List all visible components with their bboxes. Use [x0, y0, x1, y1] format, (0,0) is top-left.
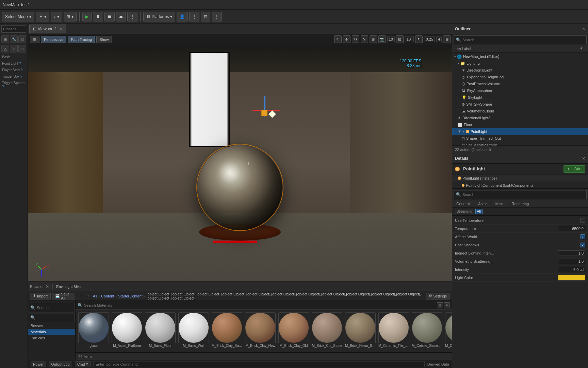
- add-component-button[interactable]: + + Add: [564, 165, 585, 173]
- avatar-button[interactable]: 👤: [177, 12, 188, 21]
- prop-affects-world[interactable]: Affects World ✓: [452, 233, 588, 241]
- layout-button[interactable]: ⊡: [201, 12, 210, 21]
- intensity-input[interactable]: 6.0 cd: [558, 267, 585, 272]
- import-button[interactable]: ⬆ Import: [30, 293, 51, 300]
- viewport-tab-close[interactable]: ✕: [60, 27, 62, 31]
- visibility-icon[interactable]: 👁: [458, 129, 462, 134]
- tree-item-lighting[interactable]: ▾ 📁 Lighting: [452, 60, 588, 67]
- perspective-button[interactable]: Perspective: [41, 36, 66, 43]
- camera-settings-button[interactable]: 📷: [378, 35, 386, 43]
- tree-item-skysphere[interactable]: ⊙ SM_SkySphere: [452, 101, 588, 108]
- tree-item-pointlight[interactable]: 👁 ▸ PointLight: [452, 128, 588, 135]
- affects-world-checkbox[interactable]: ✓: [581, 234, 585, 239]
- add-button[interactable]: ＋ ▾: [36, 12, 49, 21]
- tree-item-skylight[interactable]: 💡 SkyLight: [452, 94, 588, 101]
- power-button[interactable]: Power: [31, 362, 46, 367]
- filter-button[interactable]: ▾: [444, 302, 450, 308]
- settings-button[interactable]: ⚙ Settings: [426, 293, 450, 300]
- stop-button[interactable]: ⏹: [104, 12, 115, 21]
- volscatter-input[interactable]: 1.0: [558, 259, 585, 264]
- sidebar-icon-6[interactable]: □: [18, 45, 26, 52]
- tree-item-ppvolume[interactable]: ⬡ PostProcessVolume: [452, 80, 588, 87]
- output-log-button[interactable]: Output Log: [49, 362, 72, 367]
- details-component-row[interactable]: PointLightComponent (LightComponent): [452, 182, 588, 189]
- details-close[interactable]: ✕: [582, 156, 585, 161]
- scale-button[interactable]: ⤡: [361, 35, 368, 43]
- sidebar-icon-2[interactable]: 🔧: [10, 35, 18, 43]
- prop-intensity[interactable]: Intensity 6.0 cd: [452, 265, 588, 274]
- viewport-options-button[interactable]: ⊞: [443, 35, 451, 43]
- material-item-5[interactable]: M_Brick_Clay_New: [245, 312, 276, 348]
- material-item-6[interactable]: M_Brick_Clay_Old: [278, 312, 309, 348]
- breadcrumb-starter[interactable]: StarterContent: [118, 294, 143, 298]
- grid-snap-button[interactable]: ⊡: [396, 35, 404, 43]
- prop-indirect-lighting[interactable]: Indirect Lighting Inten... 1.0: [452, 249, 588, 257]
- console-input[interactable]: [93, 361, 425, 367]
- viewport-tab-1[interactable]: ⊡ Viewport 1 ✕: [29, 25, 66, 33]
- tab-general[interactable]: General: [452, 200, 474, 207]
- tree-item-assetplatform[interactable]: ◻ SM_AssetPlatform: [452, 142, 588, 145]
- outliner-search-input[interactable]: [462, 38, 584, 42]
- select-tool-button[interactable]: ↖: [334, 35, 342, 43]
- tab-misc[interactable]: Misc: [491, 200, 508, 207]
- transform-gizmo[interactable]: [252, 96, 280, 123]
- tree-item-newmap[interactable]: ▾ 🌐 NewMap_test (Editor): [452, 53, 588, 60]
- tree-item-floor[interactable]: ⬜ Floor: [452, 121, 588, 128]
- details-search-input[interactable]: [462, 193, 584, 197]
- select-mode-button[interactable]: Select Mode ▾: [2, 12, 34, 21]
- sidebar-item-particles[interactable]: Particles: [28, 335, 75, 341]
- breadcrumb-all[interactable]: All: [93, 294, 97, 298]
- more-play-button[interactable]: ⋮: [127, 12, 137, 21]
- filter-streaming[interactable]: Streaming: [455, 209, 474, 214]
- sidebar-item-materials[interactable]: Materials: [28, 329, 75, 335]
- material-item-2[interactable]: M_Basic_Floor: [145, 312, 176, 348]
- content-search-input[interactable]: [84, 303, 436, 307]
- history-forward[interactable]: ↪: [84, 293, 90, 299]
- more-options-button[interactable]: ⋮: [212, 12, 222, 21]
- details-instance-row[interactable]: PointLight (Instance): [452, 174, 588, 182]
- prop-temperature[interactable]: Temperature 6500.0: [452, 225, 588, 233]
- use-temperature-checkbox[interactable]: [581, 218, 585, 223]
- tree-item-volcloud[interactable]: ☁ VolumetricCloud: [452, 108, 588, 114]
- material-item-7[interactable]: M_Brick_Cut_Stone: [312, 312, 342, 348]
- prop-cast-shadows[interactable]: Cast Shadows ✓: [452, 241, 588, 249]
- prop-volumetric-scattering[interactable]: Volumetric Scattering... 1.0: [452, 257, 588, 265]
- prop-light-color[interactable]: Light Color: [452, 274, 588, 282]
- prop-use-temperature[interactable]: Use Temperature: [452, 216, 588, 225]
- sidebar-search-input[interactable]: [37, 306, 76, 310]
- grid-button[interactable]: ⊞ ▾: [64, 12, 77, 21]
- sidebar-item-bosses[interactable]: Bosses: [28, 323, 75, 329]
- show-button[interactable]: Show: [96, 36, 112, 43]
- cmd-button[interactable]: Cmd ▾: [75, 361, 91, 367]
- viewport-menu-button[interactable]: ☰: [30, 36, 39, 43]
- material-item-11[interactable]: M_Cobble_Stone_Rough: [445, 312, 452, 348]
- tree-item-trim[interactable]: ◻ Shape_Trim_90_Out: [452, 135, 588, 142]
- history-back[interactable]: ↩: [78, 293, 84, 299]
- sidebar-icon-1[interactable]: ⊞: [1, 35, 9, 43]
- material-item-0[interactable]: glass: [78, 312, 109, 348]
- sidebar-icon-5[interactable]: ⊙: [10, 45, 18, 52]
- play-button[interactable]: ▶: [82, 12, 92, 21]
- sidebar-icon-4[interactable]: △: [1, 45, 9, 52]
- light-color-swatch[interactable]: [558, 275, 585, 280]
- tree-item-dlight3[interactable]: ☀ DirectionalLight3: [452, 114, 588, 121]
- breadcrumb-materials[interactable]: [object Object],[object Object],[object …: [146, 292, 424, 300]
- save-all-button[interactable]: 💾 Save All: [52, 293, 75, 300]
- derived-data-button[interactable]: Derived Data: [427, 362, 449, 366]
- browser-close[interactable]: ✕: [46, 284, 49, 289]
- filter-all[interactable]: All: [475, 209, 483, 214]
- tab-rendering[interactable]: Rendering: [507, 200, 533, 207]
- rotate-button[interactable]: ↻: [352, 35, 359, 43]
- rotate-snap-button[interactable]: ↻: [415, 35, 423, 43]
- indirect-input[interactable]: 1.0: [558, 250, 585, 256]
- transform-button[interactable]: ↕ ▾: [51, 12, 62, 21]
- platforms-button[interactable]: 🖥 Platforms ▾: [143, 12, 176, 21]
- temperature-input[interactable]: 6500.0: [558, 226, 585, 231]
- tree-item-fog[interactable]: 🌫 ExponentialHeightFog: [452, 74, 588, 80]
- viewport[interactable]: ☰ Perspective Path Tracing Show ↖ ✛ ↻ ⤡ …: [28, 34, 452, 281]
- grid-view-button[interactable]: ⊞: [437, 302, 443, 308]
- outliner-close[interactable]: ✕: [582, 27, 585, 31]
- tree-item-skyatm[interactable]: 🌤 SkyAtmosphere: [452, 87, 588, 94]
- classes-search[interactable]: [3, 27, 24, 31]
- material-item-3[interactable]: M_Basic_Wall: [178, 312, 209, 348]
